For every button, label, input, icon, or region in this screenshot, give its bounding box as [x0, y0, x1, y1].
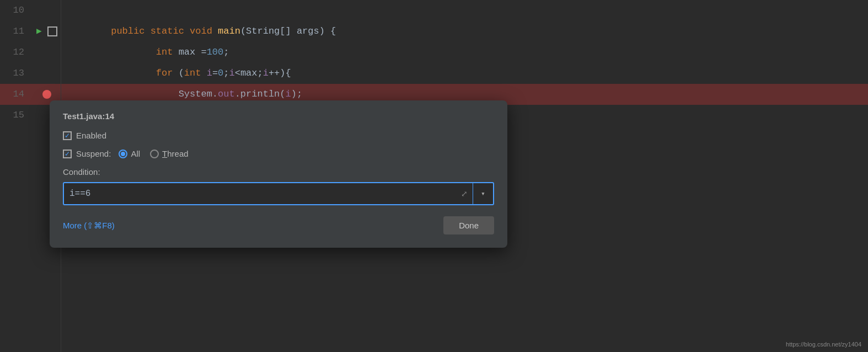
suspend-radio-group: All TThreadhread: [119, 149, 188, 158]
line-number-14: 14: [0, 84, 33, 105]
radio-all-label: All: [131, 149, 140, 158]
thread-label-underline: T: [162, 149, 167, 158]
condition-label: Condition:: [63, 167, 494, 177]
enabled-row: Enabled: [63, 131, 494, 140]
enabled-label: Enabled: [76, 131, 106, 140]
condition-input[interactable]: [64, 189, 456, 199]
line-gutter-14: [33, 90, 61, 99]
run-arrow-icon: ▶: [36, 21, 42, 42]
enabled-checkbox[interactable]: [63, 131, 72, 140]
done-button[interactable]: Done: [443, 216, 494, 234]
condition-input-wrapper: ⤢ ▾: [63, 182, 494, 205]
suspend-checkbox[interactable]: [63, 150, 72, 158]
radio-all[interactable]: All: [119, 149, 140, 158]
dialog-title: Test1.java:14: [63, 111, 494, 121]
suspend-label: Suspend:: [76, 149, 111, 158]
line-number-13: 13: [0, 63, 33, 84]
line-gutter-11: ▶: [33, 21, 61, 42]
line-number-11: 11: [0, 21, 33, 42]
more-link[interactable]: More (⇧⌘F8): [63, 221, 115, 231]
suspend-row: Suspend: All TThreadhread: [63, 149, 494, 158]
expand-icon[interactable]: ⤢: [456, 183, 473, 204]
debug-stop-icon: [47, 26, 57, 36]
dropdown-icon[interactable]: ▾: [473, 183, 493, 204]
radio-thread-label: TThreadhread: [162, 149, 189, 158]
breakpoint-dialog: Test1.java:14 Enabled Suspend: All TThre…: [50, 100, 507, 248]
enabled-checkbox-wrapper: Enabled: [63, 131, 106, 140]
radio-all-circle: [119, 150, 127, 158]
radio-thread-circle: [150, 150, 159, 158]
line-number-15: 15: [0, 105, 33, 126]
line-number-12: 12: [0, 42, 33, 63]
suspend-checkbox-wrapper: Suspend:: [63, 149, 111, 158]
line-number-10: 10: [0, 0, 33, 21]
radio-thread[interactable]: TThreadhread: [150, 149, 189, 158]
breakpoint-icon[interactable]: [42, 90, 51, 99]
watermark-url: https://blog.csdn.net/zy1404: [786, 341, 861, 348]
dialog-footer: More (⇧⌘F8) Done: [63, 216, 494, 234]
